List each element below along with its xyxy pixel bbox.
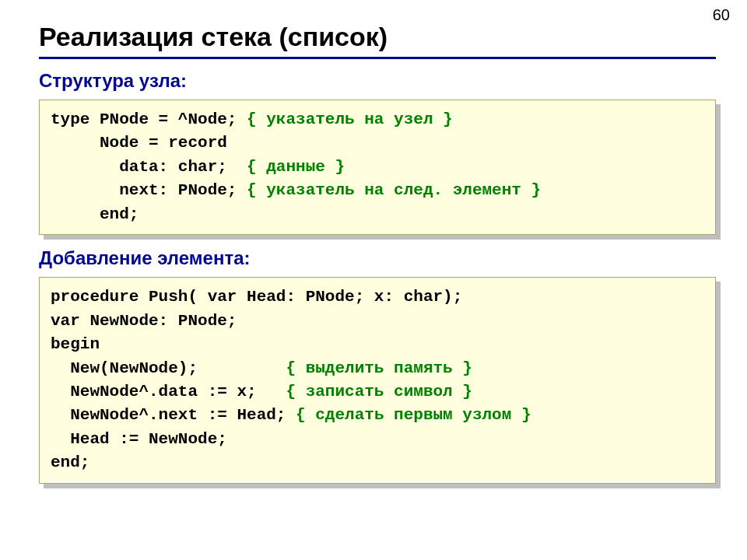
code-text: type PNode = ^Node; xyxy=(51,110,247,128)
code-text: NewNode^.data := x; xyxy=(51,383,286,401)
code-text: next: PNode; xyxy=(51,181,247,199)
code-text: NewNode^.next := Head; xyxy=(51,406,296,424)
code-text: end; xyxy=(51,453,89,471)
code-text: New(NewNode); xyxy=(51,359,286,377)
code-text: data: char; xyxy=(51,158,247,176)
code-comment: { указатель на след. элемент } xyxy=(247,181,541,199)
code-text: Node = record xyxy=(51,134,227,152)
code-comment: { сделать первым узлом } xyxy=(296,406,531,424)
code-text: begin xyxy=(51,335,100,353)
code-comment: { выделить память } xyxy=(286,359,472,377)
section-heading-1: Структура узла: xyxy=(39,70,716,92)
title-rule xyxy=(39,57,716,59)
slide-page: 60 Реализация стека (список) Структура у… xyxy=(0,0,747,560)
code-text: procedure Push( var Head: PNode; x: char… xyxy=(51,288,462,306)
code-comment: { записать символ } xyxy=(286,383,472,401)
code-comment: { указатель на узел } xyxy=(247,110,453,128)
code-text: var NewNode: PNode; xyxy=(51,312,237,330)
code-text: end; xyxy=(51,205,139,223)
code-block-2: procedure Push( var Head: PNode; x: char… xyxy=(39,277,716,484)
code-text: Head := NewNode; xyxy=(51,430,227,448)
page-title: Реализация стека (список) xyxy=(39,22,716,52)
section-heading-2: Добавление элемента: xyxy=(39,247,716,269)
code-block-1: type PNode = ^Node; { указатель на узел … xyxy=(39,100,716,235)
code-box: type PNode = ^Node; { указатель на узел … xyxy=(39,100,716,235)
page-number: 60 xyxy=(713,6,730,24)
code-comment: { данные } xyxy=(247,158,345,176)
code-box: procedure Push( var Head: PNode; x: char… xyxy=(39,277,716,484)
